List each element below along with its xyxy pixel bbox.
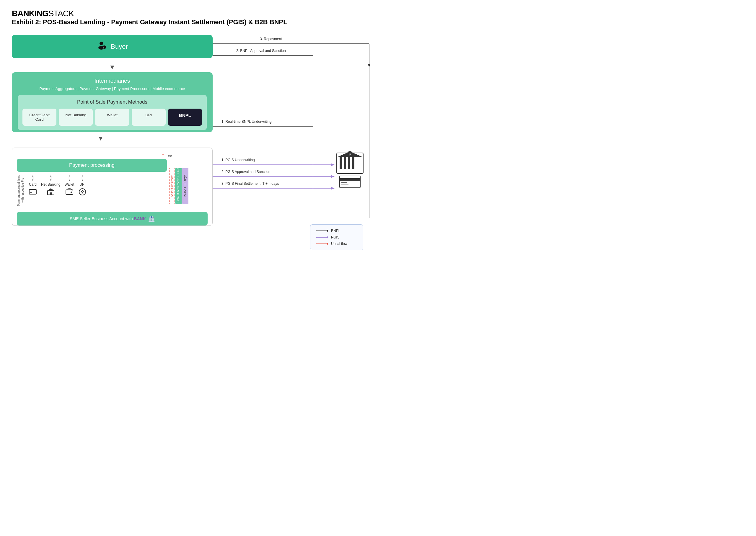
payment-method-card: Credit/Debit Card	[22, 109, 56, 126]
payment-method-upi: UPI	[132, 109, 166, 126]
payment-processing-row: Payment processing Payment approval flow…	[17, 159, 208, 209]
flow-card: ∧∨ Card	[29, 175, 37, 198]
netbanking-icon	[47, 188, 55, 198]
approval-flows-label: Payment approval flows with respective F…	[17, 175, 26, 206]
intermediaries-title: Intermediaries	[18, 78, 207, 84]
payment-method-wallet: Wallet	[95, 109, 129, 126]
intermediaries-sub: Payment Aggregators | Payment Gateway | …	[18, 86, 207, 91]
svg-rect-23	[340, 157, 342, 169]
settlement-cols: Seller Settlement Default settlement: T …	[169, 159, 208, 209]
left-panel: $ Buyer ▼ Intermediaries Payment Aggrega…	[12, 35, 213, 226]
svg-rect-22	[337, 153, 363, 174]
svg-rect-9	[50, 192, 52, 195]
buyer-icon: $	[97, 40, 107, 53]
svg-point-0	[99, 42, 103, 45]
svg-rect-11	[71, 191, 72, 193]
sme-bank: BANK	[134, 217, 146, 221]
buyer-box: $ Buyer	[12, 35, 213, 58]
seller-settlement: Seller Settlement	[169, 168, 175, 204]
payment-method-bnpl: BNPL	[168, 109, 202, 126]
card-icon	[29, 188, 37, 198]
svg-rect-4	[29, 189, 36, 194]
logo: BANKINGSTACK	[12, 9, 366, 18]
svg-point-12	[79, 188, 86, 195]
svg-marker-38	[368, 64, 370, 67]
fee-label: Fee	[166, 154, 172, 158]
legend-pgis: PGIS	[316, 235, 357, 239]
repayment-label: 3. Repayment	[260, 37, 282, 41]
intermediaries-box: Intermediaries Payment Aggregators | Pay…	[12, 72, 213, 132]
svg-rect-25	[348, 157, 350, 169]
arrow-down-2: ▼	[12, 135, 213, 142]
fee-row: ↑ Fee	[17, 152, 208, 158]
pgis-underwriting-label: 1. PGIS Underwriting	[222, 158, 255, 162]
sme-label: SME Seller Business Account with BANK	[70, 217, 146, 221]
bnpl-underwriting-label: 1. Real-time BNPL Underwriting	[222, 119, 272, 124]
pgis-settlement: PGIS: T + 0 days	[182, 168, 189, 204]
card-label: Card	[29, 183, 37, 186]
netbanking-arrows: ∧∨	[50, 175, 52, 181]
svg-point-13	[82, 190, 83, 191]
wallet-arrows: ∧∨	[68, 175, 71, 181]
default-settlement: Default settlement: T + n days	[175, 168, 182, 204]
right-panel: 3. Repayment 2. BNPL Approval and Sancti…	[213, 35, 366, 256]
pgis-approval-label: 2. PGIS Approval and Sanction	[222, 170, 270, 174]
payment-methods: Credit/Debit Card Net Banking Wallet UPI…	[22, 109, 202, 126]
flow-netbanking: ∧∨ Net Banking	[41, 175, 60, 198]
svg-rect-31	[340, 178, 360, 181]
wallet-icon	[65, 188, 74, 198]
svg-text:$: $	[103, 46, 104, 49]
legend-pgis-label: PGIS	[331, 235, 340, 239]
svg-marker-8	[47, 188, 54, 191]
logo-light: STACK	[49, 9, 74, 18]
netbanking-label: Net Banking	[41, 183, 60, 186]
sme-bar: SME Seller Business Account with BANK 🏦	[17, 212, 208, 225]
flow-upi: ∧∨ UPI	[78, 175, 86, 198]
legend-box: BNPL PGIS Usual flow	[310, 224, 363, 250]
payment-processing-title: Payment processing	[17, 159, 167, 172]
svg-marker-27	[337, 151, 363, 157]
pos-title: Point of Sale Payment Methods	[22, 99, 202, 105]
payment-flow-items: ∧∨ Card	[29, 175, 167, 198]
bnpl-approval-label: 2. BNPL Approval and Sanction	[236, 49, 286, 53]
svg-point-28	[347, 151, 353, 157]
wallet-label: Wallet	[64, 183, 74, 186]
svg-rect-26	[352, 157, 354, 169]
upi-icon	[78, 188, 86, 198]
connector-svg: 3. Repayment 2. BNPL Approval and Sancti…	[213, 35, 378, 256]
logo-bold: BANKING	[12, 9, 49, 18]
flow-wallet: ∧∨ Wallet	[64, 175, 74, 198]
arrow-down-1: ▼	[12, 63, 213, 71]
pgis-final-label: 3. PGIS Final Settlement: T + n days	[222, 182, 279, 185]
payment-method-netbanking: Net Banking	[59, 109, 93, 126]
svg-rect-30	[340, 176, 360, 188]
fee-arrow-icon: ↑	[162, 152, 164, 158]
main-layout: $ Buyer ▼ Intermediaries Payment Aggrega…	[12, 35, 366, 256]
upi-arrows: ∧∨	[81, 175, 84, 181]
legend-bnpl: BNPL	[316, 229, 357, 233]
legend-usual-label: Usual flow	[331, 242, 347, 246]
buyer-label: Buyer	[111, 43, 127, 50]
sme-bank-icon: 🏦	[148, 216, 155, 222]
payment-flows: Payment approval flows with respective F…	[17, 175, 167, 209]
page-title: Exhibit 2: POS-Based Lending - Payment G…	[12, 18, 366, 26]
card-arrows: ∧∨	[32, 175, 34, 181]
upi-label: UPI	[80, 183, 86, 186]
legend-bnpl-label: BNPL	[331, 229, 340, 233]
payment-processing-main: Payment processing Payment approval flow…	[17, 159, 167, 209]
pos-box: Point of Sale Payment Methods Credit/Deb…	[18, 95, 207, 130]
legend-usual: Usual flow	[316, 242, 357, 246]
svg-rect-24	[344, 157, 346, 169]
bottom-section: ↑ Fee Payment processing Payment approva…	[12, 148, 213, 226]
svg-text:$: $	[349, 152, 351, 156]
